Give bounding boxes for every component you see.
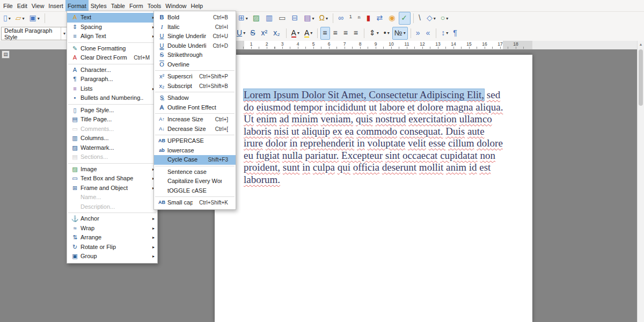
align-right-button[interactable]: ≡: [341, 27, 351, 40]
align-left-button[interactable]: ≡: [320, 27, 330, 40]
sidebar-handle-icon[interactable]: ▤: [2, 50, 10, 58]
text-submenu-item-toggle-case[interactable]: tOGGLE cASE: [154, 186, 236, 196]
format-menu-item-title-page[interactable]: ▤ Title Page...: [67, 115, 157, 125]
text-submenu-item-shadow[interactable]: S Shadow: [154, 93, 236, 103]
insert-cross-reference-button[interactable]: ⇄: [374, 12, 386, 25]
insert-image-button[interactable]: ▨: [251, 12, 263, 25]
format-menu-item-spacing[interactable]: ⇕ Spacing ▸: [67, 23, 157, 32]
format-menu-item-watermark[interactable]: ▨ Watermark...: [67, 143, 157, 153]
vertical-scrollbar[interactable]: ▲: [637, 41, 644, 322]
format-menu-item-image[interactable]: ▨ Image ▸: [67, 165, 157, 174]
text-submenu-item-uppercase[interactable]: AB UPPERCASE: [154, 136, 236, 146]
text-submenu-item-cycle-case[interactable]: Cycle Case Shift+F3: [154, 155, 236, 165]
insert-textbox-button[interactable]: ▭: [276, 12, 289, 25]
justify-button[interactable]: ≡: [352, 27, 361, 40]
text-submenu-item-italic[interactable]: I Italic Ctrl+I: [154, 23, 236, 32]
selected-text[interactable]: Lorem Ipsum Dolor Sit Amet, Consectetur …: [244, 89, 484, 100]
format-menu-item-comments[interactable]: ▭ Comments...: [67, 125, 157, 134]
format-menu-item-sections[interactable]: ▤ Sections...: [67, 152, 157, 162]
line-spacing-button[interactable]: ⇕ ▾: [367, 27, 381, 40]
insert-bookmark-button[interactable]: ▮: [364, 12, 374, 25]
superscript-button[interactable]: x²: [259, 27, 270, 40]
formatting-marks-button[interactable]: ¶: [451, 27, 460, 40]
format-menu-item-text-box-and-shape[interactable]: ▭ Text Box and Shape ▸: [67, 174, 157, 184]
format-menu-item-arrange[interactable]: ⇅ Arrange ▸: [67, 233, 157, 243]
basic-shapes-button[interactable]: ◇ ▾: [425, 12, 438, 25]
save-button[interactable]: ▣ ▾: [27, 12, 42, 25]
insert-chart-button[interactable]: ▥: [264, 12, 276, 25]
scrollbar-up-arrow-icon[interactable]: ▲: [638, 41, 644, 48]
menubar-item-insert[interactable]: Insert: [46, 0, 65, 11]
insert-special-character-button[interactable]: Ω ▾: [317, 12, 330, 25]
text-submenu-item-capitalize-every-word[interactable]: Capitalize Every Word: [154, 177, 236, 186]
insert-endnote-button[interactable]: ⁿ: [356, 12, 364, 25]
insert-table-button[interactable]: ⊞ ▾: [236, 12, 250, 25]
menubar-item-tools[interactable]: Tools: [145, 0, 164, 11]
font-color-button[interactable]: A ▾: [289, 27, 302, 40]
underline-button[interactable]: U ▾: [235, 27, 247, 40]
insert-page-break-button[interactable]: ⊟: [289, 12, 301, 25]
symbol-shapes-button[interactable]: ○ ▾: [438, 12, 450, 25]
menubar-item-view[interactable]: View: [30, 0, 47, 11]
paragraph-style-combobox[interactable]: Default Paragraph Style ▾: [1, 27, 68, 40]
increase-indent-button[interactable]: »: [414, 27, 423, 40]
format-menu-item-anchor[interactable]: ⚓ Anchor ▸: [67, 214, 157, 224]
text-submenu-item-subscript[interactable]: x₂ Subscript Ctrl+Shift+B: [154, 82, 236, 91]
format-menu-item-group[interactable]: ▣ Group ▸: [67, 252, 157, 261]
insert-comment-button[interactable]: ◉: [386, 12, 398, 25]
text-submenu-item-bold[interactable]: B Bold Ctrl+B: [154, 13, 236, 23]
decrease-indent-button[interactable]: «: [424, 27, 434, 40]
subscript-button[interactable]: x₂: [271, 27, 283, 40]
format-menu-item-page-style[interactable]: ▯ Page Style...: [67, 106, 157, 115]
format-menu-item-clear-direct-formatting[interactable]: A Clear Direct Formatting Ctrl+M: [67, 53, 157, 63]
document-paragraph[interactable]: Lorem Ipsum Dolor Sit Amet, Consectetur …: [244, 89, 506, 186]
format-menu-item-character[interactable]: A Character...: [67, 65, 157, 75]
format-menu-item-paragraph[interactable]: ¶ Paragraph...: [67, 75, 157, 84]
align-center-button[interactable]: ≡: [331, 27, 340, 40]
menubar-item-styles[interactable]: Styles: [89, 0, 109, 11]
insert-hyperlink-button[interactable]: ∞: [336, 12, 347, 25]
ruler-page-section[interactable]: 123456789101112131415161718: [215, 41, 532, 49]
format-menu-item-clone-formatting[interactable]: ✎ Clone Formatting: [67, 44, 157, 54]
ordered-list-button[interactable]: № ▾: [392, 27, 408, 40]
open-file-button[interactable]: ▱ ▾: [13, 12, 27, 25]
menubar-item-file[interactable]: File: [1, 0, 15, 11]
body-text[interactable]: sed do eiusmod tempor incididunt ut labo…: [244, 89, 503, 185]
document-page[interactable]: Lorem Ipsum Dolor Sit Amet, Consectetur …: [215, 55, 532, 322]
text-submenu-item-outline-font-effect[interactable]: A Outline Font Effect: [154, 103, 236, 113]
menubar-item-window[interactable]: Window: [163, 0, 188, 11]
text-submenu-item-strikethrough[interactable]: S Strikethrough: [154, 50, 236, 60]
strikethrough-button[interactable]: S: [248, 27, 258, 40]
format-menu-item-wrap[interactable]: ≈ Wrap ▸: [67, 224, 157, 233]
highlight-color-button[interactable]: A ▾: [302, 27, 314, 40]
text-submenu-item-single-underline[interactable]: U Single Underline Ctrl+U: [154, 32, 236, 41]
track-changes-button[interactable]: ✓: [399, 12, 411, 25]
format-menu-item-columns[interactable]: ▥ Columns...: [67, 134, 157, 143]
paragraph-spacing-button[interactable]: ↕ ▾: [439, 27, 450, 40]
text-submenu-item-small-capitals[interactable]: AB Small capitals Ctrl+Shift+K: [154, 198, 236, 208]
format-menu-item-rotate-or-flip[interactable]: ↻ Rotate or Flip ▸: [67, 243, 157, 252]
text-submenu-item-superscript[interactable]: x² Superscript Ctrl+Shift+P: [154, 72, 236, 82]
text-submenu-item-overline[interactable]: O Overline: [154, 60, 236, 70]
insert-field-button[interactable]: ▤ ▾: [302, 12, 316, 25]
format-menu-item-lists[interactable]: ≡ Lists ▸: [67, 84, 157, 94]
text-submenu-item-sentence-case[interactable]: Sentence case: [154, 167, 236, 177]
menubar-item-table[interactable]: Table: [109, 0, 127, 11]
format-menu-item-description[interactable]: Description...: [67, 202, 157, 212]
menubar-item-help[interactable]: Help: [188, 0, 205, 11]
format-menu-item-align-text[interactable]: ≡ Align Text ▸: [67, 32, 157, 41]
format-menu-item-text[interactable]: A Text ▸: [67, 13, 157, 23]
text-submenu-item-decrease-size[interactable]: A↓ Decrease Size Ctrl+[: [154, 125, 236, 134]
format-menu-item-frame-and-object[interactable]: ⊞ Frame and Object ▸: [67, 184, 157, 193]
insert-line-button[interactable]: \: [416, 12, 424, 25]
text-submenu-item-increase-size[interactable]: A↑ Increase Size Ctrl+]: [154, 115, 236, 125]
new-document-button[interactable]: ▯ ▾: [1, 12, 13, 25]
format-menu-item-name[interactable]: Name...: [67, 193, 157, 202]
text-submenu-item-double-underline[interactable]: U Double Underline Ctrl+D: [154, 41, 236, 51]
bullet-list-button[interactable]: • ▾: [382, 27, 392, 40]
format-menu-item-bullets-and-numbering[interactable]: • Bullets and Numbering...: [67, 93, 157, 103]
menubar-item-format[interactable]: Format: [65, 0, 89, 11]
insert-footnote-button[interactable]: ¹: [347, 12, 355, 25]
menubar-item-edit[interactable]: Edit: [15, 0, 30, 11]
text-submenu-item-lowercase[interactable]: ab lowercase: [154, 146, 236, 156]
